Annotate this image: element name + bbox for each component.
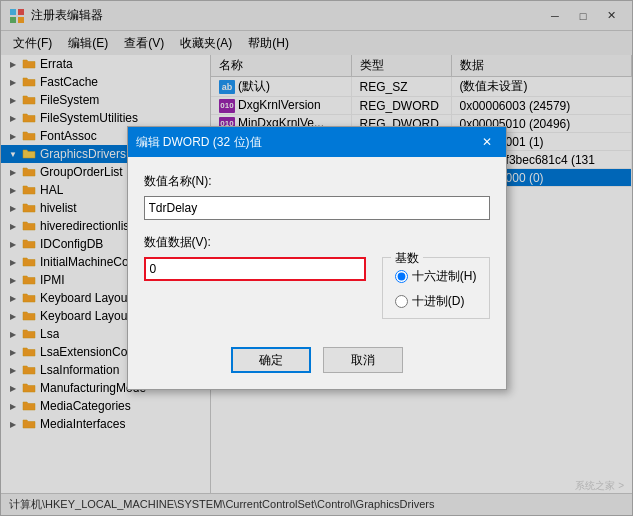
radio-dec-label: 十进制(D) — [412, 293, 465, 310]
dialog-overlay: 编辑 DWORD (32 位)值 ✕ 数值名称(N): 数值数据(V): 基数 — [1, 1, 632, 515]
value-input[interactable] — [144, 257, 366, 281]
radio-dec-input[interactable] — [395, 295, 408, 308]
dialog-close-button[interactable]: ✕ — [476, 131, 498, 153]
radio-hex-input[interactable] — [395, 270, 408, 283]
radio-dec[interactable]: 十进制(D) — [395, 293, 477, 310]
dialog-body: 数值名称(N): 数值数据(V): 基数 十六进制(H) — [128, 157, 506, 335]
dialog-title: 编辑 DWORD (32 位)值 — [136, 134, 476, 151]
value-label: 数值数据(V): — [144, 234, 490, 251]
value-row: 基数 十六进制(H) 十进制(D) — [144, 257, 490, 319]
name-input[interactable] — [144, 196, 490, 220]
radios: 十六进制(H) 十进制(D) — [395, 266, 477, 310]
base-label: 基数 — [391, 250, 423, 267]
base-radio-group: 基数 十六进制(H) 十进制(D) — [382, 257, 490, 319]
dialog-title-bar: 编辑 DWORD (32 位)值 ✕ — [128, 127, 506, 157]
radio-hex-label: 十六进制(H) — [412, 268, 477, 285]
edit-dword-dialog: 编辑 DWORD (32 位)值 ✕ 数值名称(N): 数值数据(V): 基数 — [127, 126, 507, 390]
ok-button[interactable]: 确定 — [231, 347, 311, 373]
cancel-button[interactable]: 取消 — [323, 347, 403, 373]
main-window: 注册表编辑器 ─ □ ✕ 文件(F) 编辑(E) 查看(V) 收藏夹(A) 帮助… — [0, 0, 633, 516]
dialog-buttons: 确定 取消 — [128, 335, 506, 389]
name-label: 数值名称(N): — [144, 173, 490, 190]
radio-hex[interactable]: 十六进制(H) — [395, 268, 477, 285]
value-input-wrap — [144, 257, 366, 281]
